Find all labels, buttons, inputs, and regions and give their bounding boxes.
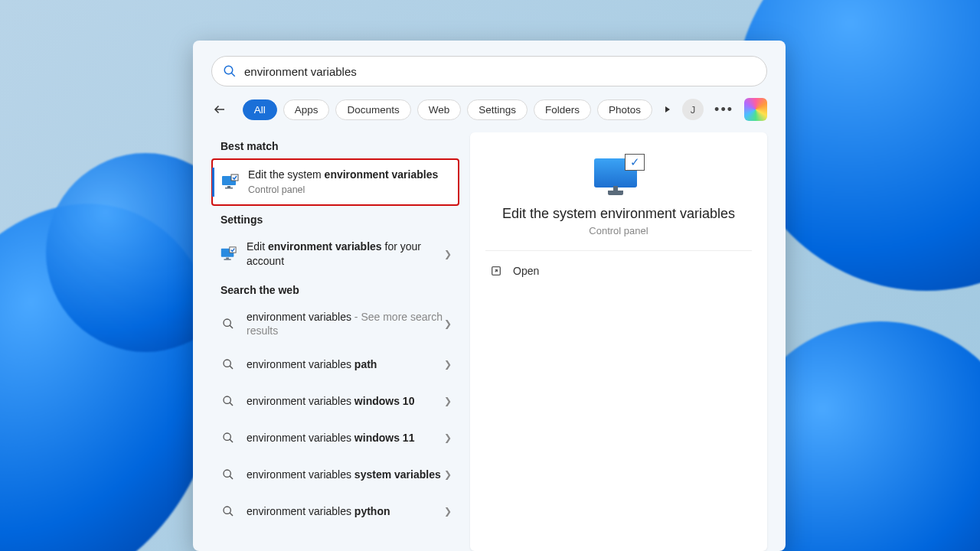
svg-point-20: [224, 470, 230, 477]
copilot-icon[interactable]: [744, 98, 767, 121]
result-web-item[interactable]: environment variables windows 10❯: [211, 383, 459, 419]
search-icon: [217, 313, 239, 334]
filter-folders[interactable]: Folders: [534, 99, 591, 120]
user-avatar[interactable]: J: [682, 99, 704, 120]
search-input[interactable]: [244, 65, 756, 78]
more-menu[interactable]: •••: [714, 102, 733, 118]
results-column: Best match Edit the system environment v…: [193, 132, 470, 551]
search-icon: [217, 390, 239, 412]
filter-settings[interactable]: Settings: [467, 99, 528, 120]
svg-rect-10: [224, 259, 231, 259]
search-bar[interactable]: [211, 56, 767, 86]
control-panel-icon: [217, 243, 239, 265]
preview-subtitle: Control panel: [485, 225, 752, 236]
svg-rect-5: [227, 186, 230, 187]
svg-line-21: [230, 476, 233, 479]
preview-action-open[interactable]: Open: [485, 251, 752, 291]
chevron-right-icon: ❯: [444, 432, 452, 443]
filter-documents[interactable]: Documents: [335, 99, 410, 120]
section-best-match: Best match: [220, 140, 459, 152]
svg-line-1: [231, 73, 235, 77]
result-web-item[interactable]: environment variables - See more search …: [211, 302, 459, 347]
search-icon: [217, 464, 239, 485]
filter-apps[interactable]: Apps: [283, 99, 330, 120]
result-label: environment variables system variables: [247, 468, 444, 482]
chevron-right-icon: ❯: [444, 396, 452, 406]
result-settings-item[interactable]: Edit environment variables for your acco…: [211, 232, 459, 276]
result-label: Edit the system environment variables Co…: [248, 168, 450, 197]
chevron-right-icon: ❯: [444, 469, 452, 480]
chevron-right-icon: ❯: [444, 249, 452, 259]
svg-marker-3: [665, 106, 670, 112]
svg-point-12: [224, 319, 230, 326]
svg-point-14: [224, 360, 230, 367]
svg-line-17: [230, 403, 233, 406]
chevron-right-icon: ❯: [444, 506, 452, 517]
filters-scroll-right[interactable]: [658, 100, 676, 119]
result-label: environment variables windows 11: [247, 431, 444, 445]
result-web-item[interactable]: environment variables path❯: [211, 346, 459, 383]
preview-title: Edit the system environment variables: [485, 206, 752, 222]
result-best-match[interactable]: Edit the system environment variables Co…: [211, 158, 459, 206]
preview-column: ✓ Edit the system environment variables …: [470, 132, 786, 551]
search-icon: [217, 500, 239, 522]
section-search-web: Search the web: [220, 284, 459, 296]
open-icon: [490, 265, 502, 277]
svg-point-22: [224, 507, 230, 514]
result-label: environment variables python: [247, 504, 444, 519]
preview-app-icon: ✓: [594, 155, 643, 195]
result-web-item[interactable]: environment variables windows 11❯: [211, 419, 459, 456]
svg-line-19: [230, 439, 233, 442]
svg-rect-9: [226, 257, 229, 259]
svg-line-15: [230, 366, 233, 369]
preview-card: ✓ Edit the system environment variables …: [470, 132, 767, 551]
search-panel: All Apps Documents Web Settings Folders …: [193, 41, 786, 551]
result-label: environment variables - See more search …: [247, 310, 444, 339]
search-icon: [217, 354, 239, 375]
svg-point-16: [224, 396, 230, 403]
search-icon: [223, 64, 237, 78]
filter-web[interactable]: Web: [417, 99, 462, 120]
svg-point-0: [224, 66, 233, 74]
result-label: Edit environment variables for your acco…: [247, 240, 444, 269]
result-label: environment variables path: [247, 357, 444, 372]
svg-line-13: [230, 325, 233, 328]
filter-row: All Apps Documents Web Settings Folders …: [193, 86, 786, 132]
chevron-right-icon: ❯: [444, 318, 452, 329]
filter-photos[interactable]: Photos: [597, 99, 652, 120]
control-panel-icon: [219, 171, 240, 193]
search-icon: [217, 427, 239, 448]
svg-point-18: [224, 433, 230, 440]
result-web-item[interactable]: environment variables system variables❯: [211, 456, 459, 493]
svg-line-23: [230, 513, 233, 516]
result-label: environment variables windows 10: [247, 394, 444, 409]
arrow-left-icon: [213, 103, 227, 116]
chevron-right-icon: ❯: [444, 359, 452, 370]
filter-all[interactable]: All: [243, 99, 277, 120]
svg-rect-11: [230, 246, 236, 252]
section-settings: Settings: [220, 214, 459, 226]
svg-rect-7: [231, 174, 238, 181]
svg-rect-6: [225, 187, 233, 189]
open-label: Open: [513, 265, 539, 277]
back-button[interactable]: [208, 97, 232, 122]
result-web-item[interactable]: environment variables python❯: [211, 493, 459, 530]
triangle-right-icon: [664, 106, 671, 113]
